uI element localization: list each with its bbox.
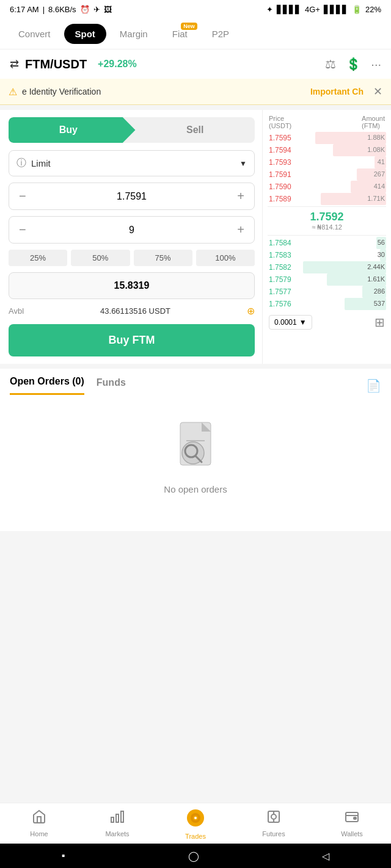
switch-pair-icon[interactable]: ⇄ (10, 57, 19, 71)
mid-price: 1.7592 (268, 211, 386, 223)
ob-amount-header: Amount(FTM) (362, 115, 385, 129)
trades-icon (187, 809, 204, 830)
total-display: 15.8319 (9, 272, 255, 299)
sell-order-6: 1.7589 1.71K (268, 193, 386, 205)
info-icon: ⓘ (16, 157, 26, 170)
buy-button[interactable]: Buy FTM (9, 324, 255, 356)
nav-futures[interactable]: Futures (235, 803, 313, 844)
buy-order-1: 1.7584 56 (268, 237, 386, 249)
nav-home[interactable]: Home (0, 803, 78, 844)
open-orders-tab[interactable]: Open Orders (0) (10, 376, 84, 395)
sell-order-4: 1.7591 267 (268, 168, 386, 181)
price-input[interactable] (29, 191, 235, 202)
svg-rect-8 (121, 811, 123, 822)
tab-convert[interactable]: Convert (7, 24, 62, 44)
funds-tab[interactable]: Funds (97, 377, 126, 394)
buy-order-5: 1.7577 286 (268, 286, 386, 298)
system-nav: ▪ ◯ ◁ (0, 844, 391, 868)
sell-order-5: 1.7590 414 (268, 181, 386, 193)
sell-orders: 1.7595 1.88K 1.7594 1.08K 1.7593 41 1.75… (268, 132, 386, 205)
futures-icon (266, 809, 281, 828)
pct-75-button[interactable]: 75% (134, 250, 192, 266)
pct-25-button[interactable]: 25% (9, 250, 67, 266)
network-type: 4G+ (305, 5, 320, 14)
decimal-dropdown-icon: ▼ (299, 318, 307, 327)
decimal-dropdown[interactable]: 0.0001 ▼ (269, 315, 312, 330)
price-input-row: − + (9, 183, 255, 210)
buy-order-2: 1.7583 30 (268, 249, 386, 261)
status-time: 6:17 AM (10, 5, 39, 14)
buy-order-3: 1.7582 2.44K (268, 261, 386, 273)
svg-rect-20 (354, 817, 356, 819)
alert-link[interactable]: Important Ch (310, 87, 364, 96)
trading-area: Buy Sell ⓘ Limit ▼ − + − + (0, 110, 391, 364)
alert-banner: ⚠ e Identity Verification Important Ch ✕ (0, 79, 391, 105)
empty-orders-text: No open orders (164, 484, 227, 494)
telegram-icon: ✈ (93, 5, 100, 14)
trading-pair[interactable]: FTM/USDT (25, 57, 87, 71)
qty-decrease-button[interactable]: − (16, 223, 29, 237)
add-funds-icon[interactable]: ⊕ (247, 305, 255, 317)
empty-orders-illustration (171, 419, 220, 474)
percentage-buttons: 25% 50% 75% 100% (9, 250, 255, 266)
app-icon: 🖼 (104, 5, 112, 14)
tab-spot[interactable]: Spot (64, 24, 106, 44)
quantity-input[interactable] (29, 225, 235, 236)
home-button[interactable]: ◯ (188, 850, 199, 862)
svg-rect-9 (116, 814, 119, 822)
buy-tab[interactable]: Buy (9, 117, 136, 143)
bluetooth-icon: ✦ (266, 5, 273, 14)
signal-icon: ▋▋▋▋ (277, 5, 301, 14)
signal2-icon: ▋▋▋▋ (324, 5, 348, 14)
order-type-selector[interactable]: ⓘ Limit ▼ (9, 150, 255, 176)
alarm-icon: ⏰ (80, 5, 90, 14)
sell-order-2: 1.7594 1.08K (268, 144, 386, 156)
tab-p2p[interactable]: P2P (201, 24, 240, 44)
nav-wallets-label: Wallets (341, 830, 363, 837)
sell-tab[interactable]: Sell (136, 117, 255, 143)
orders-export-icon[interactable]: 📄 (366, 378, 381, 393)
mid-ngn: ≈ ₦814.12 (268, 223, 386, 231)
mid-price-block: 1.7592 ≈ ₦814.12 (268, 206, 386, 236)
avbl-amount: 43.66113516 USDT (100, 306, 170, 316)
alert-text: e Identity Verification (22, 87, 305, 96)
more-options-icon[interactable]: ··· (371, 57, 381, 71)
nav-home-label: Home (30, 830, 48, 837)
pct-100-button[interactable]: 100% (196, 250, 255, 266)
alert-close-icon[interactable]: ✕ (373, 85, 382, 98)
dollar-circle-icon[interactable]: 💲 (346, 57, 361, 71)
home-icon (32, 809, 46, 828)
nav-futures-label: Futures (262, 830, 285, 837)
nav-wallets[interactable]: Wallets (313, 803, 391, 844)
decimal-value: 0.0001 (274, 318, 297, 327)
tab-fiat[interactable]: New Fiat (161, 24, 199, 44)
back-button[interactable]: ◁ (322, 850, 329, 862)
buy-order-4: 1.7579 1.61K (268, 273, 386, 286)
price-decrease-button[interactable]: − (16, 189, 29, 203)
wallets-icon (345, 809, 359, 828)
battery-level: 22% (365, 5, 381, 14)
fiat-new-badge: New (181, 23, 197, 30)
order-type-label: Limit (31, 158, 51, 168)
status-bar: 6:17 AM | 8.6KB/s ⏰ ✈ 🖼 ✦ ▋▋▋▋ 4G+ ▋▋▋▋ … (0, 0, 391, 19)
view-toggle-icon[interactable]: ⊞ (375, 315, 385, 330)
nav-trades-label: Trades (185, 833, 206, 840)
sell-order-1: 1.7595 1.88K (268, 132, 386, 144)
order-type-dropdown-icon: ▼ (239, 159, 247, 168)
nav-markets[interactable]: Markets (78, 803, 156, 844)
ob-price-header: Price(USDT) (269, 115, 291, 129)
svg-rect-10 (111, 817, 114, 822)
price-increase-button[interactable]: + (235, 189, 247, 203)
bottom-nav: Home Markets Trades (0, 803, 391, 844)
left-panel: Buy Sell ⓘ Limit ▼ − + − + (0, 110, 263, 364)
status-left: 6:17 AM | 8.6KB/s ⏰ ✈ 🖼 (10, 5, 112, 14)
chart-icon[interactable]: ⚖ (325, 57, 336, 71)
tab-margin[interactable]: Margin (109, 24, 159, 44)
pct-50-button[interactable]: 50% (71, 250, 130, 266)
recent-apps-button[interactable]: ▪ (62, 850, 65, 861)
qty-increase-button[interactable]: + (235, 223, 247, 237)
status-right: ✦ ▋▋▋▋ 4G+ ▋▋▋▋ 🔋 22% (266, 5, 381, 14)
nav-trades[interactable]: Trades (156, 803, 235, 844)
battery-icon: 🔋 (352, 5, 362, 14)
svg-point-16 (271, 814, 276, 819)
